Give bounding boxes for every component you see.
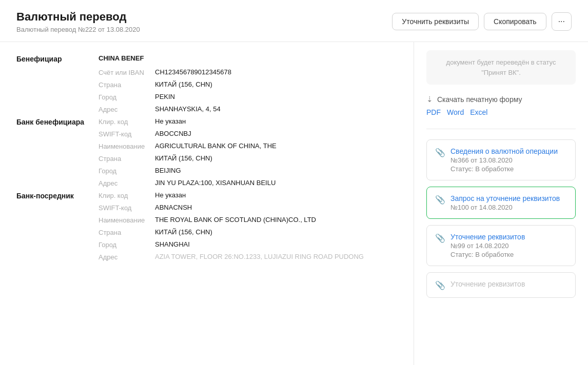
related-item-content-clarify-req-1: Запрос на уточнение реквизитов№100 от 14… [450,194,560,211]
field-value-2-4: SHANGHAI [155,240,397,248]
download-excel-link[interactable]: Excel [470,108,487,116]
field-row-1-4: ГородBEIJING [99,167,397,175]
page: Валютный перевод Валютный перевод №222 о… [0,0,588,365]
link-icon-currency-op: 📎 [435,148,445,157]
link-icon-clarify-2: 📎 [435,280,445,290]
download-icon: ⇣ [426,95,433,104]
related-item-content-clarify-2: Уточнение реквизитов [450,280,525,288]
field-label-1-4: Город [99,167,155,175]
header-left: Валютный перевод Валютный перевод №222 о… [16,10,140,33]
field-row-0-1: СтранаКИТАЙ (156, CHN) [99,80,397,89]
field-value-2-5: AZIA TOWER, FLOOR 26:NO.1233, LUJIAZUI R… [155,253,397,260]
field-group-0: CHINA BENEFСчёт или IBANCH12345678901234… [99,54,397,113]
field-value-0-1: КИТАЙ (156, CHN) [155,80,397,88]
field-label-1-0: Клир. код [99,117,155,126]
header-actions: Уточнить реквизиты Скопировать ··· [392,12,572,31]
field-label-0-3: Адрес [99,105,155,113]
main-value-0: CHINA BENEF [99,54,397,62]
field-label-2-5: Адрес [99,253,155,261]
field-label-1-5: Адрес [99,179,155,187]
section-2: Банк-посредникКлир. кодНе указанSWIFT-ко… [16,191,397,261]
field-label-2-4: Город [99,240,155,249]
more-button[interactable]: ··· [552,12,572,31]
section-name-0: Бенефициар [16,54,99,63]
link-icon-clarify-1: 📎 [435,233,445,243]
related-item-clarify-req-1: 📎Запрос на уточнение реквизитов№100 от 1… [426,187,576,219]
field-label-2-2: Наименование [99,216,155,224]
field-row-2-2: НаименованиеTHE ROYAL BANK OF SCOTLAND (… [99,216,397,224]
related-item-title-clarify-req-1[interactable]: Запрос на уточнение реквизитов [450,194,560,202]
field-group-1: Клир. кодНе указанSWIFT-кодABOCCNBJНаиме… [99,117,397,187]
download-section: ⇣ Скачать печатную форму PDF Word Excel [426,93,576,118]
download-title: ⇣ Скачать печатную форму [426,95,576,104]
related-item-top-clarify-req-1: 📎Запрос на уточнение реквизитов№100 от 1… [435,194,567,211]
field-value-1-3: КИТАЙ (156, CHN) [155,154,397,162]
field-label-2-3: Страна [99,228,155,236]
main: БенефициарCHINA BENEFСчёт или IBANCH1234… [0,42,588,365]
related-item-clarify-2: 📎Уточнение реквизитов [426,272,576,298]
field-row-1-5: АдресJIN YU PLAZA:100, XISANHUAN BEILU [99,179,397,187]
link-icon-clarify-req-1: 📎 [435,195,445,205]
download-pdf-link[interactable]: PDF [426,108,441,116]
field-value-1-4: BEIJING [155,167,397,174]
divider-1 [426,129,576,129]
copy-button[interactable]: Скопировать [484,13,546,30]
field-row-0-2: ГородPEKIN [99,93,397,101]
field-row-1-1: SWIFT-кодABOCCNBJ [99,130,397,138]
related-item-number-currency-op: №366 от 13.08.2020 [450,156,558,164]
field-row-2-3: СтранаКИТАЙ (156, CHN) [99,228,397,236]
field-label-2-1: SWIFT-код [99,204,155,212]
field-row-0-0: Счёт или IBANCH123456789012345678 [99,68,397,76]
field-label-1-3: Страна [99,154,155,163]
field-value-1-2: AGRICULTURAL BANK OF CHINA, THE [155,142,397,150]
download-links: PDF Word Excel [426,108,576,116]
related-item-content-currency-op: Сведения о валютной операции№366 от 13.0… [450,147,558,173]
field-value-1-5: JIN YU PLAZA:100, XISANHUAN BEILU [155,179,397,187]
related-item-title-clarify-1[interactable]: Уточнение реквизитов [450,233,525,241]
section-name-2: Банк-посредник [16,191,99,200]
field-row-2-1: SWIFT-кодABNACNSH [99,204,397,212]
field-row-1-0: Клир. кодНе указан [99,117,397,126]
download-word-link[interactable]: Word [447,108,464,116]
related-item-number-clarify-req-1: №100 от 14.08.2020 [450,204,560,211]
related-item-number-clarify-1: №99 от 14.08.2020 [450,242,525,250]
field-group-2: Клир. кодНе указанSWIFT-кодABNACNSHНаиме… [99,191,397,261]
clarify-button[interactable]: Уточнить реквизиты [392,13,479,30]
field-value-1-0: Не указан [155,117,397,125]
field-label-0-2: Город [99,93,155,101]
section-name-1: Банк бенефициара [16,117,99,126]
related-item-status-currency-op: Статус: В обработке [450,165,558,173]
related-item-top-currency-op: 📎Сведения о валютной операции№366 от 13.… [435,147,567,173]
section-0: БенефициарCHINA BENEFСчёт или IBANCH1234… [16,54,397,113]
field-label-1-1: SWIFT-код [99,130,155,138]
related-item-currency-op: 📎Сведения о валютной операции№366 от 13.… [426,139,576,180]
field-row-0-3: АдресSHANHAYSKIA, 4, 54 [99,105,397,113]
field-label-2-0: Клир. код [99,191,155,199]
field-row-1-3: СтранаКИТАЙ (156, CHN) [99,154,397,163]
field-value-2-3: КИТАЙ (156, CHN) [155,228,397,236]
field-value-2-2: THE ROYAL BANK OF SCOTLAND (CHINA)CO., L… [155,216,397,224]
field-label-0-1: Страна [99,80,155,89]
field-value-0-2: PEKIN [155,93,397,100]
related-item-clarify-1: 📎Уточнение реквизитов№99 от 14.08.2020Ст… [426,225,576,266]
field-value-2-0: Не указан [155,191,397,199]
related-item-top-clarify-2: 📎Уточнение реквизитов [435,280,567,290]
related-item-status-clarify-1: Статус: В обработке [450,251,525,258]
related-item-title-clarify-2: Уточнение реквизитов [450,280,525,288]
page-subtitle: Валютный перевод №222 от 13.08.2020 [16,26,140,33]
field-value-0-0: CH123456789012345678 [155,68,397,76]
page-title: Валютный перевод [16,10,140,24]
section-1: Банк бенефициараКлир. кодНе указанSWIFT-… [16,117,397,187]
status-hint: документ будет переведён в статус "Приня… [426,50,576,85]
related-item-content-clarify-1: Уточнение реквизитов№99 от 14.08.2020Ста… [450,233,525,258]
field-value-1-1: ABOCCNBJ [155,130,397,137]
field-value-0-3: SHANHAYSKIA, 4, 54 [155,105,397,113]
related-items-container: 📎Сведения о валютной операции№366 от 13.… [426,139,576,304]
field-row-2-0: Клир. кодНе указан [99,191,397,199]
related-item-title-currency-op[interactable]: Сведения о валютной операции [450,147,558,155]
right-panel: документ будет переведён в статус "Приня… [414,42,588,365]
related-item-top-clarify-1: 📎Уточнение реквизитов№99 от 14.08.2020Ст… [435,233,567,258]
field-label-0-0: Счёт или IBAN [99,68,155,76]
field-value-2-1: ABNACNSH [155,204,397,211]
field-row-2-5: АдресAZIA TOWER, FLOOR 26:NO.1233, LUJIA… [99,253,397,261]
